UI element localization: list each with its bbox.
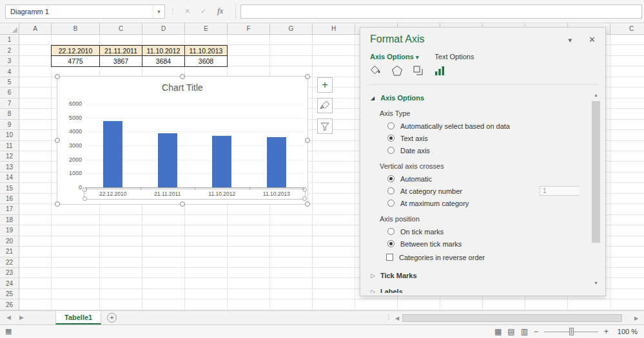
grid-cell[interactable] [313,141,355,151]
row-header[interactable]: 15 [0,183,19,193]
grid-cell[interactable] [270,56,313,66]
grid-cell[interactable] [185,35,228,45]
section-tick-marks[interactable]: ▷ Tick Marks [371,272,580,279]
grid-cell[interactable] [100,35,142,45]
cancel-icon[interactable]: ✕ [184,7,190,15]
row-header[interactable]: 8 [0,109,19,119]
grid-cell[interactable] [610,173,644,183]
grid-cell[interactable] [610,247,644,257]
scroll-thumb[interactable] [592,101,600,243]
chart-bar[interactable] [103,121,122,187]
tab-axis-options[interactable]: Axis Options ▾ [370,53,418,61]
effects-icon[interactable] [390,64,404,78]
cell-E2[interactable]: 11.10.2013 [184,45,228,56]
grid-cell[interactable] [19,66,52,77]
size-properties-icon[interactable] [411,64,425,78]
name-box[interactable]: Diagramm 1 ▾ [5,5,165,19]
grid-cell[interactable] [610,66,644,77]
chart-resize-handle[interactable] [305,138,310,143]
grid-cell[interactable] [228,247,270,257]
chart-resize-handle[interactable] [180,202,185,207]
radio-icon[interactable] [387,228,395,235]
grid-cell[interactable] [440,299,483,310]
grid-cell[interactable] [142,225,185,236]
radio-automatic[interactable]: Automatic [387,173,580,185]
macro-record-icon[interactable]: ▦ [5,327,12,335]
grid-cell[interactable] [52,289,100,299]
grid-cell[interactable] [52,258,100,268]
close-pane-icon[interactable]: ✕ [589,35,596,44]
collapse-pane-icon[interactable]: ▾ [568,36,572,44]
grid-cell[interactable] [19,278,52,288]
zoom-slider[interactable] [544,327,598,336]
row-header[interactable]: 25 [0,289,19,299]
grid-cell[interactable] [100,258,142,268]
grid-cell[interactable] [313,204,355,214]
grid-cell[interactable] [610,289,644,299]
collapse-section-icon[interactable]: ◢ [371,95,375,101]
grid-cell[interactable] [610,77,644,88]
grid-cell[interactable] [52,299,100,310]
zoom-out-icon[interactable]: − [534,327,538,336]
grid-cell[interactable] [100,215,142,225]
grid-cell[interactable] [19,299,52,310]
grid-cell[interactable] [610,258,644,268]
row-header[interactable]: 5 [0,77,19,88]
grid-cell[interactable] [313,56,355,66]
cell-C2[interactable]: 21.11.2011 [99,45,142,56]
radio-icon[interactable] [387,187,395,194]
chart-resize-handle[interactable] [55,74,60,79]
grid-cell[interactable] [610,204,644,214]
grid-cell[interactable] [142,278,185,288]
grid-cell[interactable] [313,35,355,45]
grid-cell[interactable] [19,268,52,278]
radio-text-axis[interactable]: Text axis [387,132,580,144]
grid-cell[interactable] [228,225,270,236]
checkbox-icon[interactable] [386,254,393,261]
grid-cell[interactable] [52,215,100,225]
grid-cell[interactable] [270,236,313,247]
grid-cell[interactable] [19,120,52,130]
grid-cell[interactable] [52,247,100,257]
grid-cell[interactable] [610,88,644,98]
grid-cell[interactable] [610,268,644,278]
fill-line-icon[interactable] [369,64,383,78]
row-header[interactable]: 10 [0,130,19,140]
grid-cell[interactable] [270,278,313,288]
chart-resize-handle[interactable] [180,74,185,79]
grid-cell[interactable] [610,35,644,45]
grid-cell[interactable] [19,109,52,119]
radio-icon[interactable] [387,122,395,129]
row-header[interactable]: 26 [0,299,19,310]
grid-cell[interactable] [19,183,52,193]
grid-cell[interactable] [100,278,142,288]
grid-cell[interactable] [19,45,52,55]
grid-cell[interactable] [19,151,52,162]
grid-cell[interactable] [228,289,270,299]
cell-D3[interactable]: 3684 [142,55,185,66]
grid-cell[interactable] [610,141,644,151]
grid-cell[interactable] [185,236,228,247]
grid-cell[interactable] [52,268,100,278]
checkbox-categories-in-reverse-order[interactable]: Categories in reverse order [386,251,580,263]
add-sheet-button[interactable]: + [107,313,117,323]
radio-on-tick-marks[interactable]: On tick marks [387,225,580,238]
radio-icon[interactable] [387,147,395,154]
grid-cell[interactable] [270,225,313,236]
grid-cell[interactable] [313,289,355,299]
column-header[interactable]: A [19,23,52,35]
chart-resize-handle[interactable] [305,74,310,79]
radio-between-tick-marks[interactable]: Between tick marks [387,238,580,250]
grid-cell[interactable] [313,299,355,310]
grid-cell[interactable] [610,225,644,236]
chart-resize-handle[interactable] [305,202,310,207]
grid-cell[interactable] [228,258,270,268]
column-header[interactable]: E [185,23,228,35]
column-header[interactable]: C [100,23,142,35]
radio-icon[interactable] [387,240,395,247]
cell-E3[interactable]: 3608 [184,55,228,66]
chart-resize-handle[interactable] [55,202,60,207]
x-axis-category-label[interactable]: 11.10.2013 [249,191,304,197]
row-header[interactable]: 17 [0,204,19,214]
column-header[interactable]: D [142,23,185,35]
